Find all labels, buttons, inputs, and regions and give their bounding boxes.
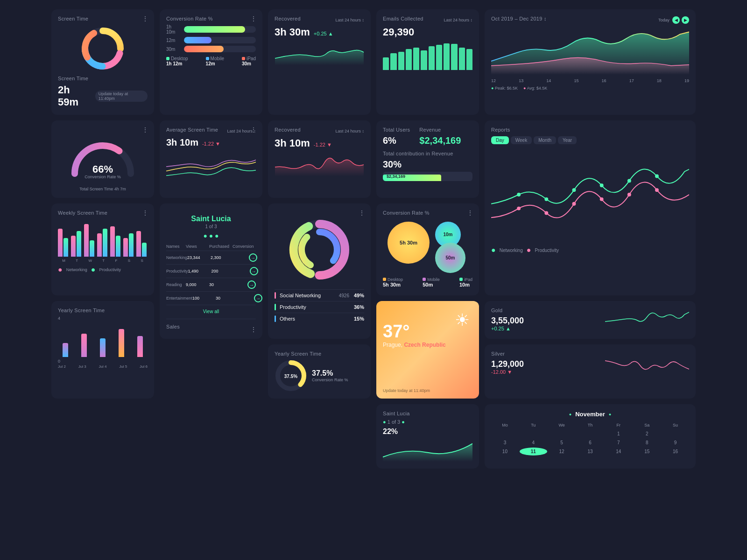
calendar-card: ● November ● Mo Tu We Th Fr Sa Su 1 2 3 … <box>485 404 696 469</box>
view-all-button[interactable]: View all <box>166 309 256 314</box>
gauge-total: Total Screen Time 4h 7m <box>58 187 148 191</box>
social-label: Social Networking <box>280 293 321 298</box>
svg-point-10 <box>600 183 604 187</box>
saint-lucia-bottom-sub: ● 1 of 3 ● <box>383 419 405 425</box>
yearly-bottom-title: Yearly Screen Time <box>58 308 148 313</box>
calendar-today[interactable]: 11 <box>520 448 547 455</box>
total-users-section: Total Users 6% <box>383 127 410 146</box>
conv-legend-list: Social Networking 4926 49% Productivity … <box>275 289 364 324</box>
svg-point-13 <box>517 207 521 210</box>
oct-dec-btn2[interactable]: ▶ <box>682 16 689 24</box>
weekly-menu[interactable]: ⋮ <box>142 209 148 217</box>
recovered-card-2: Recovered Last 24 hours ↕ 3h 10m -1.22 ▼ <box>268 120 371 198</box>
table-row: Productivity 1,490 200 → <box>166 265 256 278</box>
recovered-2-sparkline <box>275 153 364 176</box>
screen-time-card: Screen Time ⋮ <box>51 9 154 115</box>
avg-screen-change: -1.22 ▼ <box>202 141 220 147</box>
silver-title: Silver <box>491 351 524 357</box>
contribution-label: $2,34,169 <box>387 174 405 179</box>
svg-point-14 <box>544 211 548 215</box>
gold-change: +0.25 ▲ <box>491 326 524 331</box>
screen-time-value: 2h 59m <box>58 84 92 108</box>
donut-conv-card: ⋮ <box>268 203 371 339</box>
calendar-header: ● November ● <box>491 411 689 418</box>
recovered-1-title: Recovered <box>275 16 301 21</box>
conv-social: Social Networking 4926 49% <box>275 289 364 301</box>
reports-tab-month[interactable]: Month <box>534 136 556 144</box>
conv-productivity: Productivity 36% <box>275 301 364 313</box>
weekly-legend: ● Networking ● Productivity <box>58 266 148 274</box>
yearly-bottom-card: Yearly Screen Time 4 0 Jul 2Jul 3Jul 4Ju… <box>51 301 154 399</box>
gold-card: Gold 3,55,000 +0.25 ▲ <box>485 301 696 339</box>
avg-screen-card: Average Screen Time Last 24 hours ↕ ⋮ 3h… <box>160 120 262 198</box>
bubbles-title: Conversion Rate % <box>383 210 472 216</box>
saint-lucia-bottom-pct: 22% <box>383 427 472 436</box>
desktop-bubble: 5h 30m <box>388 222 430 264</box>
reports-legend: ● Networking ● Productivity <box>491 246 689 254</box>
oct-dec-chart <box>491 24 689 76</box>
yearly-bottom-max: 4 <box>58 316 148 321</box>
screen-time-title: Screen Time <box>58 16 148 21</box>
oct-dec-card: Oct 2019 – Dec 2019 ↕ Today ◀ ▶ <box>485 9 696 115</box>
total-users-title: Total Users <box>383 127 410 133</box>
contribution-title: Total contribution in Revenue <box>383 151 472 156</box>
svg-point-18 <box>655 188 659 192</box>
calendar-month: November <box>575 411 605 418</box>
saint-lucia-dots: ● ● ● <box>166 232 256 239</box>
reports-networking-label: Networking <box>500 248 523 253</box>
users-revenue-card: Total Users 6% Revenue $2,34,169 Total c… <box>376 120 479 198</box>
conv-rate-menu[interactable]: ⋮ <box>250 15 257 22</box>
svg-point-11 <box>627 179 631 182</box>
svg-text:37.5%: 37.5% <box>284 374 297 379</box>
productivity-label: Productivity <box>280 304 306 310</box>
table-row: Entertainment 100 30 → <box>166 292 256 305</box>
oct-dec-title: Oct 2019 – Dec 2019 ↕ <box>491 16 547 21</box>
gauge-card: ⋮ 66% Conversion Rate % Total Screen Tim… <box>51 120 154 198</box>
yearly-bottom-labels: Jul 2Jul 3Jul 4Jul 5Jul 6 <box>58 364 148 369</box>
reports-tab-week[interactable]: Week <box>511 136 532 144</box>
silver-sparkline <box>605 351 689 375</box>
emails-title: Emails Collected <box>383 16 423 21</box>
gauge-menu[interactable]: ⋮ <box>142 126 148 133</box>
reports-tab-year[interactable]: Year <box>558 136 577 144</box>
avg-screen-title: Average Screen Time <box>166 127 218 133</box>
users-revenue-row: Total Users 6% Revenue $2,34,169 <box>383 127 472 146</box>
recovered-1-change: +0.25 ▲ <box>314 31 333 36</box>
conv-rate-bar-title: Conversion Rate % <box>166 16 256 21</box>
recovered-card-1: Recovered Last 24 hours ↕ 3h 30m +0.25 ▲ <box>268 9 371 115</box>
oct-dec-btn1[interactable]: ◀ <box>672 16 680 24</box>
calendar-grid: Mo Tu We Th Fr Sa Su 1 2 3 4 5 6 7 8 9 1… <box>491 421 689 455</box>
emails-card: Emails Collected Last 24 hours ↕ 29,390 <box>376 9 479 115</box>
recovered-2-change: -1.22 ▼ <box>314 142 332 147</box>
bubbles-container: 5h 30m 10m 50m <box>383 219 472 275</box>
weekly-productivity-label: Productivity <box>99 267 121 272</box>
silver-card: Silver 1,29,000 -12.00 ▼ <box>485 344 696 399</box>
avg-screen-menu[interactable]: ⋮ <box>250 126 257 133</box>
sales-menu[interactable]: ⋮ <box>250 326 257 333</box>
saint-lucia-bottom-title: Saint Lucia <box>383 411 472 416</box>
svg-point-8 <box>544 197 548 201</box>
ipad-bubble: 50m <box>435 243 465 273</box>
emails-bar-chart <box>383 42 472 70</box>
svg-point-9 <box>572 188 576 192</box>
social-val: 4926 <box>339 293 349 298</box>
gauge-svg: 66% Conversion Rate % <box>65 132 140 178</box>
donut-conv-menu[interactable]: ⋮ <box>359 209 365 217</box>
avg-screen-chart <box>166 148 256 185</box>
screen-time-menu[interactable]: ⋮ <box>142 15 148 22</box>
silver-change: -12.00 ▼ <box>491 369 524 375</box>
svg-point-7 <box>517 193 521 196</box>
bar-row-3: 30m <box>166 46 256 52</box>
table-row: Networking 23,344 2,300 → <box>166 251 256 265</box>
screen-time-update: Update today at 11:40pm <box>95 91 148 102</box>
contribution-section: Total contribution in Revenue 30% $2,34,… <box>383 151 472 181</box>
weather-sun-icon: ☀ <box>455 310 470 330</box>
total-users-value: 6% <box>383 135 410 146</box>
bubbles-menu[interactable]: ⋮ <box>467 209 473 217</box>
svg-point-12 <box>655 175 659 178</box>
reports-tab-day[interactable]: Day <box>491 136 509 144</box>
others-label: Others <box>280 316 295 322</box>
saint-lucia-bottom-chart <box>383 439 472 462</box>
screen-time-label: Screen Time <box>58 76 148 81</box>
saint-lucia-bottom-card: Saint Lucia ● 1 of 3 ● 22% <box>376 404 479 469</box>
